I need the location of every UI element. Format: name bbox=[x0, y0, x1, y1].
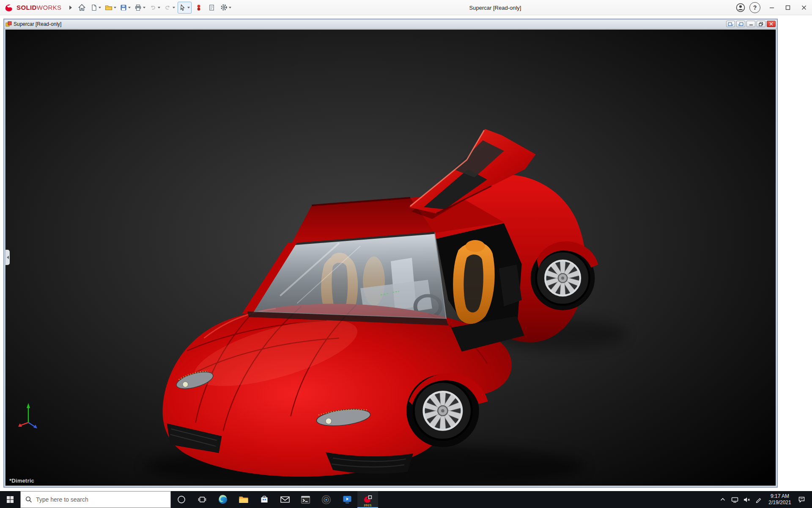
movies-tv-icon bbox=[343, 495, 352, 504]
assembly-document-icon bbox=[5, 21, 12, 27]
taskbar: 2021 9:17 AM 2/19/2021 bbox=[0, 491, 812, 508]
document-title: Supercar [Read-only] bbox=[14, 21, 61, 27]
cortana-icon bbox=[177, 495, 186, 504]
undo-icon bbox=[149, 4, 156, 11]
movies-tv-button[interactable] bbox=[337, 491, 357, 508]
taskbar-clock[interactable]: 9:17 AM 2/19/2021 bbox=[765, 493, 795, 506]
options-gear-icon bbox=[220, 4, 228, 11]
clock-date: 2/19/2021 bbox=[766, 500, 793, 506]
home-icon bbox=[78, 4, 85, 11]
new-document-button[interactable] bbox=[89, 2, 102, 14]
minimize-icon bbox=[769, 5, 774, 10]
dock-left-icon bbox=[728, 22, 733, 26]
orientation-label: *Dimetric bbox=[9, 478, 34, 484]
toolbar-expand-arrow-icon[interactable] bbox=[69, 6, 72, 10]
titlebar-controls: ? bbox=[735, 0, 812, 15]
dropdown-caret-icon[interactable] bbox=[143, 7, 145, 8]
help-button[interactable]: ? bbox=[749, 2, 760, 13]
windows-logo-icon bbox=[6, 496, 14, 503]
media-player-icon bbox=[321, 495, 331, 505]
save-icon bbox=[120, 4, 127, 11]
graphics-viewport[interactable]: *Dimetric bbox=[5, 29, 776, 486]
dropdown-caret-icon[interactable] bbox=[229, 7, 231, 8]
document-minimize-button[interactable] bbox=[746, 21, 755, 27]
new-document-icon bbox=[91, 4, 97, 11]
document-titlebar[interactable]: Supercar [Read-only] bbox=[4, 19, 777, 29]
search-icon bbox=[25, 496, 32, 503]
minimize-button[interactable] bbox=[764, 0, 780, 15]
redo-button[interactable] bbox=[163, 2, 176, 14]
media-player-button[interactable] bbox=[316, 491, 337, 508]
open-button[interactable] bbox=[104, 2, 118, 14]
taskbar-search[interactable] bbox=[20, 491, 171, 508]
dropdown-caret-icon[interactable] bbox=[173, 7, 175, 8]
maximize-button[interactable] bbox=[780, 0, 796, 15]
open-folder-icon bbox=[105, 4, 112, 11]
command-prompt-button[interactable] bbox=[295, 491, 316, 508]
solidworks-version-badge: 2021 bbox=[364, 503, 372, 507]
options-button[interactable] bbox=[219, 2, 233, 14]
home-button[interactable] bbox=[76, 2, 88, 14]
file-properties-icon bbox=[208, 4, 215, 11]
dock-right-icon bbox=[738, 22, 743, 26]
solidworks-2021-button[interactable]: 2021 bbox=[357, 491, 378, 508]
window-title: Supercar [Read-only] bbox=[469, 0, 521, 15]
account-button[interactable] bbox=[735, 2, 746, 13]
minimize-icon bbox=[749, 22, 753, 26]
chevron-left-icon bbox=[7, 256, 9, 259]
print-icon bbox=[134, 4, 142, 11]
edge-button[interactable] bbox=[212, 491, 233, 508]
dropdown-caret-icon[interactable] bbox=[114, 7, 116, 8]
document-close-button[interactable] bbox=[767, 21, 776, 27]
close-icon bbox=[801, 5, 807, 10]
microsoft-store-button[interactable] bbox=[254, 491, 274, 508]
restore-icon bbox=[759, 22, 763, 26]
3d-scene[interactable] bbox=[5, 30, 776, 486]
cortana-button[interactable] bbox=[171, 491, 192, 508]
rebuild-icon bbox=[196, 4, 202, 11]
mail-button[interactable] bbox=[274, 491, 295, 508]
dock-right-button[interactable] bbox=[736, 21, 745, 27]
volume-mute-icon[interactable] bbox=[741, 491, 752, 508]
action-center-button[interactable] bbox=[796, 491, 807, 508]
solidworks-logo: SOLIDWORKS bbox=[4, 3, 62, 12]
document-window-controls bbox=[726, 21, 776, 27]
pen-icon[interactable] bbox=[753, 491, 764, 508]
edge-icon bbox=[218, 494, 228, 505]
y-axis-arrow bbox=[27, 403, 30, 408]
network-icon[interactable] bbox=[729, 491, 740, 508]
file-explorer-icon bbox=[239, 495, 249, 504]
microsoft-store-icon bbox=[260, 495, 269, 504]
tray-chevron-up-icon[interactable] bbox=[717, 491, 728, 508]
task-view-icon bbox=[198, 495, 206, 504]
rebuild-button[interactable] bbox=[193, 2, 205, 14]
task-view-button[interactable] bbox=[192, 491, 212, 508]
orientation-triad bbox=[16, 401, 41, 429]
logo-text: SOLIDWORKS bbox=[16, 4, 62, 11]
select-button[interactable] bbox=[178, 2, 192, 14]
close-button[interactable] bbox=[796, 0, 812, 15]
mail-icon bbox=[280, 495, 290, 504]
document-restore-button[interactable] bbox=[757, 21, 765, 27]
dropdown-caret-icon[interactable] bbox=[158, 7, 160, 8]
save-button[interactable] bbox=[119, 2, 132, 14]
select-cursor-icon bbox=[179, 4, 186, 11]
featuremanager-collapse-handle[interactable] bbox=[5, 250, 10, 265]
3ds-logo-mark bbox=[4, 3, 14, 12]
search-input[interactable] bbox=[36, 496, 166, 503]
dock-left-button[interactable] bbox=[726, 21, 735, 27]
clock-time: 9:17 AM bbox=[766, 493, 793, 500]
help-glyph: ? bbox=[753, 4, 757, 11]
print-button[interactable] bbox=[133, 2, 147, 14]
system-tray: 9:17 AM 2/19/2021 bbox=[717, 491, 812, 508]
undo-button[interactable] bbox=[148, 2, 162, 14]
file-explorer-button[interactable] bbox=[233, 491, 254, 508]
file-properties-button[interactable] bbox=[206, 2, 218, 14]
command-prompt-icon bbox=[301, 495, 310, 504]
quick-access-toolbar bbox=[76, 2, 233, 14]
dropdown-caret-icon[interactable] bbox=[187, 7, 190, 8]
account-icon bbox=[735, 3, 746, 13]
dropdown-caret-icon[interactable] bbox=[128, 7, 131, 8]
dropdown-caret-icon[interactable] bbox=[99, 7, 101, 8]
start-button[interactable] bbox=[0, 491, 20, 508]
